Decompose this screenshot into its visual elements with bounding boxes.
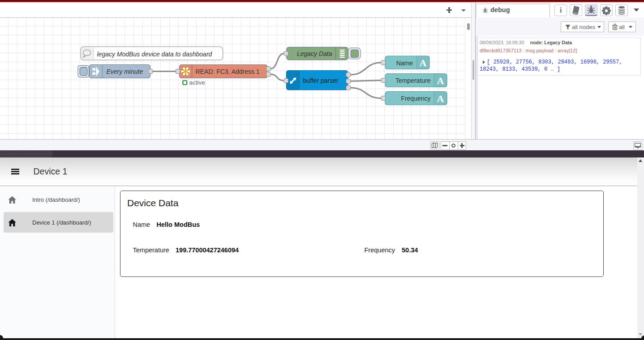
svg-text:Name: Name	[396, 60, 413, 67]
svg-text:Temperature: Temperature	[395, 77, 431, 84]
svg-text:legacy ModBus device data to d: legacy ModBus device data to dashboard	[97, 51, 213, 58]
svg-text:Legacy Data: Legacy Data	[297, 50, 332, 57]
svg-text:A: A	[437, 75, 444, 86]
svg-text:READ: FC3, Address 1: READ: FC3, Address 1	[196, 68, 260, 75]
svg-text:buffer parser: buffer parser	[303, 77, 339, 84]
svg-text:Every minute: Every minute	[107, 68, 143, 75]
svg-text:active: active	[189, 79, 205, 86]
svg-text:A: A	[437, 93, 444, 104]
svg-text:A: A	[420, 57, 427, 68]
svg-text:Frequency: Frequency	[401, 95, 430, 102]
